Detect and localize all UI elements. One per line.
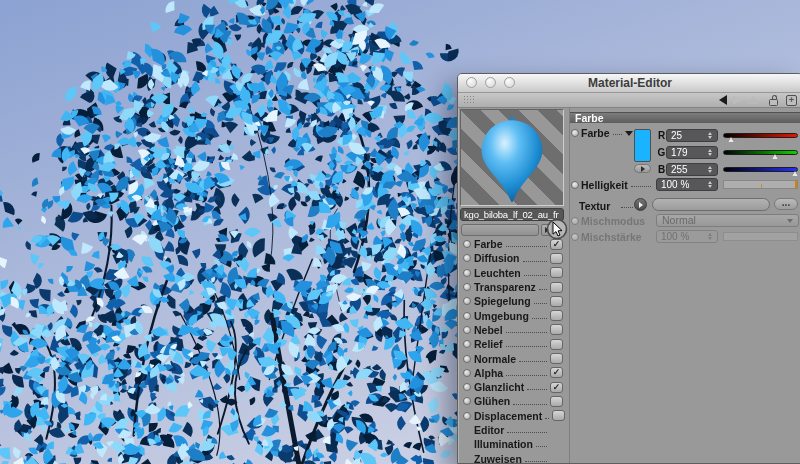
material-name-input[interactable]: kgo_biloba_lf_02_au_fr xyxy=(460,208,564,221)
right-triangle-icon xyxy=(639,202,643,208)
radio-icon[interactable] xyxy=(571,129,579,137)
color-expand-button[interactable] xyxy=(634,164,651,173)
red-channel-label: R xyxy=(657,129,666,142)
color-swatch[interactable] xyxy=(634,129,651,162)
blend-mode-row: Mischmodus xyxy=(571,214,645,227)
checkbox[interactable] xyxy=(550,253,563,264)
stepper-icon[interactable] xyxy=(705,233,717,240)
minimize-button[interactable] xyxy=(485,77,496,88)
channel-row-umgebung[interactable]: Umgebung xyxy=(458,308,569,322)
blue-value-input[interactable]: 255 xyxy=(666,163,718,176)
channel-row-spiegelung[interactable]: Spiegelung xyxy=(458,294,569,308)
red-value-input[interactable]: 25 xyxy=(666,129,718,142)
radio-icon[interactable] xyxy=(463,412,471,420)
texture-label: Textur xyxy=(579,200,610,212)
attributes-panel: Farbe Farbe R 25 G 179 xyxy=(570,108,800,463)
checkbox[interactable] xyxy=(550,396,563,407)
texture-arrow-button[interactable] xyxy=(634,198,647,211)
blue-channel-label: B xyxy=(657,163,666,176)
checkbox[interactable] xyxy=(550,339,563,350)
slider-handle-icon[interactable] xyxy=(728,137,734,142)
radio-icon[interactable] xyxy=(463,269,471,277)
red-slider[interactable] xyxy=(723,133,798,138)
blend-strength-slider[interactable] xyxy=(723,232,798,241)
preview-options-field[interactable] xyxy=(461,224,539,236)
checkbox[interactable]: ✓ xyxy=(550,367,563,378)
blend-mode-dropdown[interactable]: Normal xyxy=(656,214,799,227)
texture-path-field[interactable] xyxy=(652,198,770,211)
nav-up-icon[interactable] xyxy=(747,96,759,104)
stepper-icon[interactable] xyxy=(705,181,717,188)
channel-row-glanzlicht[interactable]: Glanzlicht ✓ xyxy=(458,380,569,394)
nav-back-icon[interactable] xyxy=(719,95,727,105)
material-editor-window: Material-Editor + xyxy=(457,73,800,464)
green-slider[interactable] xyxy=(723,150,798,155)
radio-icon[interactable] xyxy=(463,297,471,305)
editor-toolbar: + xyxy=(458,93,800,108)
radio-icon[interactable] xyxy=(571,181,579,189)
close-button[interactable] xyxy=(466,77,477,88)
zoom-button[interactable] xyxy=(504,77,515,88)
channel-row-farbe[interactable]: Farbe ✓ xyxy=(458,237,569,251)
blend-strength-input[interactable]: 100 % xyxy=(656,230,718,243)
checkbox[interactable] xyxy=(550,310,563,321)
checkbox[interactable]: ✓ xyxy=(550,239,563,250)
brightness-value-input[interactable]: 100 % xyxy=(656,178,718,191)
checkbox[interactable]: ✓ xyxy=(550,382,563,393)
stepper-icon[interactable] xyxy=(705,166,717,173)
brightness-slider[interactable] xyxy=(723,180,798,189)
texture-browse-button[interactable]: ... xyxy=(774,198,798,210)
channel-row-displacement[interactable]: Displacement xyxy=(458,409,569,423)
channel-row-illumination[interactable]: Illumination xyxy=(458,437,569,451)
slider-handle-icon[interactable] xyxy=(792,171,798,176)
brightness-row: Helligkeit xyxy=(571,178,654,191)
radio-icon[interactable] xyxy=(463,254,471,262)
editor-content: kgo_biloba_lf_02_au_fr Farbe ✓ xyxy=(458,108,800,463)
chevron-down-icon xyxy=(787,219,793,223)
radio-icon[interactable] xyxy=(463,240,471,248)
material-preview[interactable] xyxy=(460,109,564,206)
window-titlebar[interactable]: Material-Editor xyxy=(458,74,800,93)
radio-icon[interactable] xyxy=(463,369,471,377)
radio-icon[interactable] xyxy=(571,217,579,225)
radio-icon[interactable] xyxy=(463,397,471,405)
channel-row-nebel[interactable]: Nebel xyxy=(458,323,569,337)
stepper-icon[interactable] xyxy=(705,149,717,156)
nav-forward-icon[interactable] xyxy=(733,95,741,105)
green-value-input[interactable]: 179 xyxy=(666,146,718,159)
radio-icon[interactable] xyxy=(463,326,471,334)
slider-handle-icon[interactable] xyxy=(772,154,778,159)
green-channel-label: G xyxy=(657,146,666,159)
channel-row-alpha[interactable]: Alpha ✓ xyxy=(458,366,569,380)
channel-row-gluehen[interactable]: Glühen xyxy=(458,394,569,408)
radio-icon[interactable] xyxy=(463,283,471,291)
checkbox[interactable] xyxy=(550,267,563,278)
blue-slider[interactable] xyxy=(723,167,798,172)
radio-icon[interactable] xyxy=(571,233,579,241)
channel-row-leuchten[interactable]: Leuchten xyxy=(458,266,569,280)
radio-icon[interactable] xyxy=(463,355,471,363)
channel-row-normale[interactable]: Normale xyxy=(458,351,569,365)
brightness-slider-handle[interactable] xyxy=(795,181,797,188)
checkbox[interactable] xyxy=(550,324,563,335)
add-icon[interactable]: + xyxy=(786,95,797,106)
checkbox[interactable] xyxy=(552,410,565,421)
checkbox[interactable] xyxy=(550,296,563,307)
channel-row-diffusion[interactable]: Diffusion xyxy=(458,251,569,265)
stepper-icon[interactable] xyxy=(705,132,717,139)
color-attribute-row: Farbe xyxy=(571,127,633,139)
channel-row-transparenz[interactable]: Transparenz xyxy=(458,280,569,294)
drag-grip-icon[interactable] xyxy=(463,95,476,105)
color-mode-triangle-icon[interactable] xyxy=(625,131,633,136)
channel-row-zuweisen[interactable]: Zuweisen xyxy=(458,451,569,464)
radio-icon[interactable] xyxy=(463,312,471,320)
radio-icon[interactable] xyxy=(463,383,471,391)
checkbox[interactable] xyxy=(550,282,563,293)
channel-row-editor[interactable]: Editor xyxy=(458,423,569,437)
checkbox[interactable] xyxy=(550,353,563,364)
radio-icon[interactable] xyxy=(463,340,471,348)
lock-icon[interactable] xyxy=(769,95,778,106)
channel-row-relief[interactable]: Relief xyxy=(458,337,569,351)
preview-options-button[interactable] xyxy=(541,224,552,236)
material-panel: kgo_biloba_lf_02_au_fr Farbe ✓ xyxy=(458,108,570,463)
